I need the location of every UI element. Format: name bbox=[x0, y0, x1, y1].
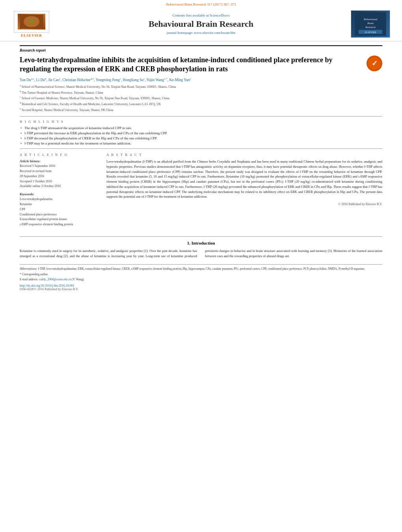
journal-right-logo: Behavioural Brain Research ELSEVIER bbox=[351, 10, 390, 38]
article-title-section: Levo-tetrahydropalmatine inhibits the ac… bbox=[20, 56, 382, 74]
crossmark-icon[interactable]: ✓ bbox=[367, 56, 382, 71]
affiliation-d: d Biomedical and Life Science, Faculty o… bbox=[20, 101, 382, 107]
doi-link[interactable]: http://dx.doi.org/10.1016/j.bbr.2016.10.… bbox=[20, 284, 74, 287]
journal-top-bar: Behavioural Brain Research 317 (2017) 36… bbox=[0, 0, 402, 7]
abbreviations-text: l-THP, levo-tetrahydropalmatine; ERK, ex… bbox=[38, 267, 365, 271]
article-dates: Received 5 September 2016 Received in re… bbox=[20, 164, 99, 189]
elsevier-logo-image: 🌿 bbox=[18, 14, 45, 30]
page: Behavioural Brain Research 317 (2017) 36… bbox=[0, 0, 402, 532]
abbreviations-line: Abbreviations: l-THP, levo-tetrahydropal… bbox=[20, 267, 382, 271]
copyright: © 2016 Published by Elsevier B.V. bbox=[106, 202, 382, 206]
journal-ref: Behavioural Brain Research 317 (2017) 36… bbox=[166, 2, 236, 6]
affiliation-e: e Second Hospital, Shanxi Medical Univer… bbox=[20, 107, 382, 113]
highlights-list: The drug l-THP attenuated the acquisitio… bbox=[20, 126, 382, 145]
article-info-title: A R T I C L E I N F O bbox=[20, 153, 99, 157]
doi-section: http://dx.doi.org/10.1016/j.bbr.2016.10.… bbox=[20, 284, 382, 287]
author-jie-cao[interactable]: Jie Caoc bbox=[48, 78, 60, 82]
introduction-section: 1. Introduction Ketamine is commonly use… bbox=[20, 236, 382, 259]
keyword-6: cAMP responsive element binding protein bbox=[20, 222, 99, 227]
journal-title: Behavioural Brain Research bbox=[51, 19, 351, 29]
received-revised-date: 28 September 2016 bbox=[20, 174, 99, 179]
article-body-columns: A R T I C L E I N F O Article history: R… bbox=[20, 153, 382, 230]
authors: Yan Dua,c, Li Dub, Jie Caoc, Christian H… bbox=[20, 77, 382, 82]
article-history-label: Article history: bbox=[20, 159, 99, 163]
journal-header: 🌿 ELSEVIER Contents lists available at S… bbox=[0, 7, 402, 41]
received-revised-label: Received in revised form bbox=[20, 169, 99, 174]
author-keming[interactable]: Ke-Ming Yunc bbox=[169, 78, 191, 82]
divider-1 bbox=[20, 116, 382, 117]
received-date: Received 5 September 2016 bbox=[20, 164, 99, 169]
footnotes-area: Abbreviations: l-THP, levo-tetrahydropal… bbox=[20, 264, 382, 291]
highlight-3: l-THP decreased the phosphorylation of C… bbox=[20, 136, 382, 140]
affiliation-a: a School of Pharmaceutical Science, Shan… bbox=[20, 84, 382, 89]
keyword-2: Ketamine bbox=[20, 202, 99, 207]
abstract-text: Levo-tetrahydropalmatine (l-THP) is an a… bbox=[106, 159, 382, 199]
article-title: Levo-tetrahydropalmatine inhibits the ac… bbox=[20, 56, 367, 74]
svg-text:✓: ✓ bbox=[372, 59, 378, 67]
svg-text:Research: Research bbox=[365, 26, 376, 29]
email-link[interactable]: caddy_2004@sxmu.edu.cn bbox=[39, 278, 71, 281]
affiliation-c: c School of Forensic Medicine, Shanxi Me… bbox=[20, 95, 382, 101]
journal-center: Contents lists available at ScienceDirec… bbox=[51, 13, 351, 35]
elsevier-logo: 🌿 ELSEVIER bbox=[12, 11, 51, 37]
abstract-column: A B S T R A C T Levo-tetrahydropalmatine… bbox=[106, 153, 382, 230]
science-direct-link: Contents lists available at ScienceDirec… bbox=[51, 13, 351, 17]
highlights-title: H I G H L I G H T S bbox=[20, 120, 382, 124]
email-label: E-mail address: bbox=[20, 278, 38, 281]
email-line: E-mail address: caddy_2004@sxmu.edu.cn (… bbox=[20, 278, 382, 282]
affiliations: a School of Pharmaceutical Science, Shan… bbox=[20, 84, 382, 112]
journal-homepage: journal homepage: www.elsevier.com/locat… bbox=[51, 31, 351, 35]
keyword-3: CPP bbox=[20, 207, 99, 212]
abbreviations-label: Abbreviations: bbox=[20, 267, 37, 271]
svg-text:ELSEVIER: ELSEVIER bbox=[365, 31, 376, 33]
keywords-list: Levo-tetrahydropalmatine Ketamine CPP Co… bbox=[20, 197, 99, 227]
author-christian[interactable]: Christian Hölscherd,e bbox=[62, 78, 94, 82]
abstract-title: A B S T R A C T bbox=[106, 153, 382, 157]
abstract-paragraph: Levo-tetrahydropalmatine (l-THP) is an a… bbox=[106, 159, 382, 199]
author-yan-du[interactable]: Yan Dua,c bbox=[20, 78, 34, 82]
issn-line: 0166-4328/© 2016 Published by Elsevier B… bbox=[20, 287, 382, 291]
keywords-group: Keywords: Levo-tetrahydropalmatine Ketam… bbox=[20, 192, 99, 227]
elsevier-label: ELSEVIER bbox=[21, 33, 42, 37]
keywords-label: Keywords: bbox=[20, 192, 99, 196]
elsevier-logo-box: 🌿 bbox=[14, 11, 49, 33]
svg-text:Brain: Brain bbox=[367, 22, 374, 25]
email-suffix: (Y. Wang). bbox=[72, 278, 84, 281]
corresponding-line: * Corresponding author. bbox=[20, 272, 382, 277]
homepage-link[interactable]: www.elsevier.com/locate/bbr bbox=[194, 31, 235, 35]
svg-text:Behavioural: Behavioural bbox=[364, 18, 377, 21]
author-li-du[interactable]: Li Dub bbox=[36, 78, 47, 82]
available-date: Available online 3 October 2016 bbox=[20, 184, 99, 189]
intro-paragraph: Ketamine is commonly used in surgery for… bbox=[20, 248, 382, 259]
article-info-column: A R T I C L E I N F O Article history: R… bbox=[20, 153, 99, 230]
keyword-5: Extracellular regulated protein kinase bbox=[20, 217, 99, 222]
intro-text: Ketamine is commonly used in surgery for… bbox=[20, 248, 382, 259]
section-type-label: Research report bbox=[20, 45, 382, 52]
author-hongliang[interactable]: Hongliang Suc bbox=[123, 78, 145, 82]
main-content: Research report Levo-tetrahydropalmatine… bbox=[0, 41, 402, 299]
contents-label: Contents lists available at bbox=[173, 13, 209, 17]
sciencedirect-link[interactable]: ScienceDirect bbox=[210, 13, 229, 17]
accepted-date: Accepted 1 October 2016 bbox=[20, 179, 99, 184]
article-history-group: Article history: Received 5 September 20… bbox=[20, 159, 99, 189]
author-yujin[interactable]: Yujin Wangc,* bbox=[147, 78, 168, 82]
corresponding-label: * Corresponding author. bbox=[20, 272, 48, 276]
affiliation-b: b The Tumor Hospital of Shanxi Province,… bbox=[20, 90, 382, 95]
highlight-1: The drug l-THP attenuated the acquisitio… bbox=[20, 126, 382, 130]
keyword-1: Levo-tetrahydropalmatine bbox=[20, 197, 99, 202]
highlight-2: l-THP prevented the increase in ERK phos… bbox=[20, 131, 382, 135]
keyword-4: Conditioned place preference bbox=[20, 212, 99, 217]
divider-2 bbox=[20, 148, 382, 149]
author-yongming[interactable]: Yongming Fengc bbox=[96, 78, 121, 82]
highlight-4: l-THP may be a potential medicine for th… bbox=[20, 141, 382, 145]
svg-text:🌿: 🌿 bbox=[29, 19, 34, 24]
homepage-label: journal homepage: bbox=[167, 31, 193, 35]
intro-header: 1. Introduction bbox=[20, 241, 382, 245]
